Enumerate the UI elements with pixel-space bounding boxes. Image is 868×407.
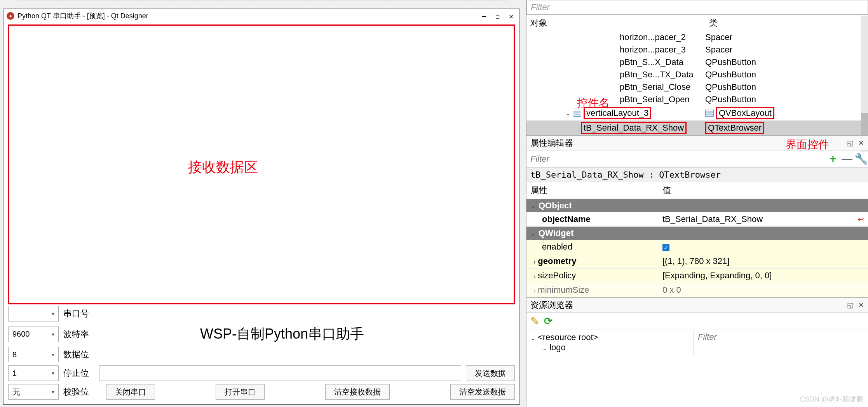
annotation-widget-name: 控件名	[577, 96, 610, 110]
chevron-down-icon: ▾	[52, 389, 54, 395]
col-value: 值	[662, 185, 671, 196]
property-group-qobject[interactable]: ⌄QObject	[526, 199, 868, 212]
resource-tree[interactable]: ⌄ <resource root> ⌄ logo	[526, 330, 694, 355]
parity-label: 校验位	[63, 386, 94, 398]
object-tree[interactable]: horizon...pacer_2Spacer horizon...pacer_…	[526, 31, 868, 135]
resource-browser-title: 资源浏览器	[530, 299, 573, 311]
property-row[interactable]: ›sizePolicy [Expanding, Expanding, 0, 0]	[526, 269, 868, 283]
revert-icon[interactable]: ↩	[858, 215, 864, 224]
remove-property-button[interactable]: —	[840, 152, 854, 166]
baud-label: 波特率	[63, 328, 94, 340]
col-class: 类	[709, 17, 718, 29]
selected-object-label: tB_Serial_Data_RX_Show : QTextBrowser	[526, 168, 868, 182]
right-panel: Filter 对象 类 horizon...pacer_2Spacer hori…	[526, 0, 868, 407]
reload-icon[interactable]: ⟳	[544, 315, 553, 327]
resource-filter[interactable]	[694, 330, 868, 344]
chevron-down-icon: ▾	[52, 370, 54, 376]
open-port-button[interactable]: 打开串口	[216, 384, 265, 400]
designer-canvas: ● Python QT 串口助手 - [预览] - Qt Designer — …	[0, 0, 526, 407]
edit-icon[interactable]: ✎	[530, 315, 539, 328]
col-property: 属性	[530, 185, 662, 196]
resource-browser: 资源浏览器 ◱✕ ✎ ⟳ ⌄ <resource root> ⌄ logo	[526, 297, 868, 355]
property-group-qwidget[interactable]: ⌄QWidget	[526, 227, 868, 240]
watermark: CSDN @请叫我啸鹏	[800, 395, 863, 404]
port-combo[interactable]: ▾	[8, 306, 59, 321]
chevron-down-icon: ▾	[52, 331, 54, 337]
expand-icon[interactable]: ⌄	[565, 110, 570, 117]
layout-icon	[573, 110, 581, 117]
app-icon: ●	[7, 12, 14, 20]
property-row[interactable]: ›geometry [(1, 1), 780 x 321]	[526, 254, 868, 269]
undock-icon[interactable]: ◱	[847, 301, 854, 309]
undock-icon[interactable]: ◱	[847, 139, 854, 147]
databits-combo[interactable]: 8▾	[8, 347, 59, 362]
databits-label: 数据位	[63, 349, 94, 360]
property-row[interactable]: objectName tB_Serial_Data_RX_Show ↩	[526, 212, 868, 227]
property-row[interactable]: ›minimumSize 0 x 0	[526, 283, 868, 297]
selected-tree-row[interactable]: tB_Serial_Data_RX_Show QTextBrowser	[526, 121, 868, 135]
wrench-icon[interactable]: 🔧	[854, 152, 868, 166]
port-label: 串口号	[63, 308, 94, 320]
app-title: WSP-自制Python串口助手	[200, 325, 364, 344]
property-editor: 属性编辑器 界面控件 ◱✕ + — 🔧 tB_Serial_Data_RX_Sh…	[526, 135, 868, 297]
checkbox-checked-icon[interactable]: ✓	[662, 244, 669, 251]
close-icon[interactable]: ✕	[858, 139, 864, 147]
stopbits-label: 停止位	[63, 367, 94, 379]
window-titlebar: ● Python QT 串口助手 - [预览] - Qt Designer — …	[3, 9, 519, 23]
baud-combo[interactable]: 9600▾	[8, 327, 59, 342]
parity-combo[interactable]: 无▾	[8, 384, 59, 400]
col-object: 对象	[530, 17, 709, 29]
chevron-down-icon: ▾	[52, 311, 54, 317]
scrollbar[interactable]	[861, 16, 868, 152]
close-button[interactable]: ✕	[509, 12, 513, 20]
close-icon[interactable]: ✕	[858, 301, 864, 309]
rx-area-annotation: 接收数据区	[188, 158, 258, 177]
tx-input[interactable]	[99, 365, 461, 381]
object-inspector: Filter 对象 类 horizon...pacer_2Spacer hori…	[526, 0, 868, 135]
layout-icon	[705, 110, 714, 117]
rx-data-area[interactable]: 接收数据区	[8, 24, 515, 304]
send-button[interactable]: 发送数据	[466, 365, 515, 381]
minimize-button[interactable]: —	[482, 12, 486, 20]
stopbits-combo[interactable]: 1▾	[8, 365, 59, 381]
property-filter[interactable]	[526, 150, 826, 167]
object-filter[interactable]: Filter	[526, 0, 868, 15]
maximize-button[interactable]: ☐	[495, 12, 500, 20]
property-row[interactable]: enabled ✓	[526, 240, 868, 254]
preview-window: ● Python QT 串口助手 - [预览] - Qt Designer — …	[3, 9, 520, 405]
window-title: Python QT 串口助手 - [预览] - Qt Designer	[17, 11, 148, 21]
annotation-ui-widget: 界面控件	[786, 137, 829, 152]
chevron-down-icon: ▾	[52, 351, 54, 358]
add-property-button[interactable]: +	[826, 152, 840, 166]
clear-rx-button[interactable]: 清空接收数据	[325, 384, 390, 400]
close-port-button[interactable]: 关闭串口	[106, 384, 155, 400]
clear-tx-button[interactable]: 清空发送数据	[450, 384, 515, 400]
property-editor-title: 属性编辑器	[530, 137, 573, 149]
